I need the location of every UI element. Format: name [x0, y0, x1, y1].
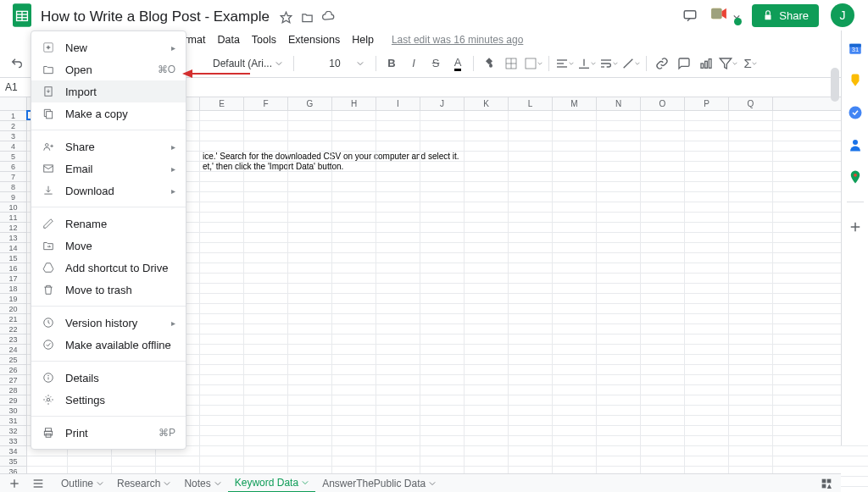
cell[interactable]: [288, 395, 332, 405]
menubar-data[interactable]: Data: [211, 32, 245, 47]
cell[interactable]: [288, 274, 332, 283]
cell[interactable]: [376, 131, 420, 141]
maps-icon[interactable]: [848, 169, 863, 185]
select-all-corner[interactable]: [0, 97, 27, 111]
cell[interactable]: [509, 446, 553, 456]
cell[interactable]: [244, 274, 288, 283]
font-size[interactable]: 10: [321, 58, 348, 69]
row-header[interactable]: 21: [0, 314, 26, 324]
menu-item-import[interactable]: Import: [31, 80, 186, 102]
cell[interactable]: [332, 314, 376, 323]
fill-color-button[interactable]: [479, 53, 499, 74]
cell[interactable]: [420, 426, 465, 435]
row-header[interactable]: 9: [0, 192, 26, 202]
cell[interactable]: [465, 416, 509, 425]
cell[interactable]: [597, 111, 641, 120]
cell[interactable]: [288, 334, 332, 344]
cell[interactable]: [376, 162, 420, 171]
cell[interactable]: [641, 213, 685, 222]
cell[interactable]: [553, 446, 597, 456]
cell[interactable]: [376, 263, 420, 273]
cell[interactable]: [288, 223, 332, 232]
cell[interactable]: [465, 446, 509, 456]
cell[interactable]: [729, 223, 773, 232]
cell[interactable]: [200, 243, 244, 252]
cell[interactable]: [200, 304, 244, 313]
cell[interactable]: [597, 141, 641, 151]
cell[interactable]: [685, 375, 729, 384]
cell[interactable]: [597, 324, 641, 334]
cell[interactable]: [597, 172, 641, 181]
bold-button[interactable]: B: [381, 53, 402, 74]
cell[interactable]: [420, 304, 465, 313]
cell[interactable]: [288, 446, 332, 456]
cell[interactable]: [465, 375, 509, 384]
scroll-thumb[interactable]: [831, 68, 839, 102]
cell[interactable]: [597, 314, 641, 323]
cell[interactable]: [509, 274, 553, 283]
cell[interactable]: [200, 436, 244, 445]
cell[interactable]: [597, 426, 641, 435]
cell[interactable]: [641, 162, 685, 171]
move-folder-icon[interactable]: [301, 11, 314, 24]
cell[interactable]: [597, 304, 641, 313]
cell[interactable]: [376, 355, 420, 364]
cell[interactable]: [597, 406, 641, 415]
cell[interactable]: [509, 436, 553, 445]
undo-button[interactable]: [7, 53, 27, 74]
cell[interactable]: [465, 223, 509, 232]
cell[interactable]: ice.' Search for the downloaded CSV on y…: [200, 152, 244, 161]
cell[interactable]: [465, 172, 509, 181]
row-header[interactable]: 13: [0, 233, 26, 243]
cell[interactable]: [465, 365, 509, 374]
cell[interactable]: [465, 121, 509, 130]
cell[interactable]: [288, 172, 332, 181]
cell[interactable]: [553, 294, 597, 303]
share-button[interactable]: Share: [752, 4, 819, 27]
sheet-tab[interactable]: AnswerThePublic Data: [315, 474, 442, 493]
cell[interactable]: [420, 223, 465, 232]
cell[interactable]: [244, 416, 288, 425]
sheet-tab[interactable]: Research: [110, 474, 177, 493]
cell[interactable]: [465, 395, 509, 405]
cell[interactable]: [509, 141, 553, 151]
cell[interactable]: [553, 406, 597, 415]
cell[interactable]: [244, 152, 288, 161]
cell[interactable]: [641, 395, 685, 405]
cell[interactable]: [420, 365, 465, 374]
cell[interactable]: [288, 141, 332, 151]
cell[interactable]: [200, 334, 244, 344]
cell[interactable]: [244, 294, 288, 303]
cell[interactable]: [332, 263, 376, 273]
cell[interactable]: [332, 141, 376, 151]
cell[interactable]: [376, 172, 420, 181]
cell[interactable]: [641, 294, 685, 303]
cell[interactable]: [420, 141, 465, 151]
cell[interactable]: [553, 375, 597, 384]
cell[interactable]: [420, 395, 465, 405]
cell[interactable]: [597, 121, 641, 130]
cell[interactable]: [288, 131, 332, 141]
cell[interactable]: [200, 233, 244, 242]
cell[interactable]: [200, 263, 244, 273]
cell[interactable]: [729, 182, 773, 191]
cell[interactable]: [200, 121, 244, 130]
cell[interactable]: [376, 182, 420, 191]
menu-item-version-history[interactable]: Version history▸: [31, 312, 186, 334]
menubar-extensions[interactable]: Extensions: [282, 32, 346, 47]
col-header[interactable]: I: [376, 97, 420, 110]
cell[interactable]: [465, 355, 509, 364]
cell[interactable]: [465, 192, 509, 202]
cell[interactable]: [553, 274, 597, 283]
cell[interactable]: [420, 436, 465, 445]
cell[interactable]: [376, 406, 420, 415]
cell[interactable]: [597, 365, 641, 374]
cell[interactable]: [729, 141, 773, 151]
cell[interactable]: [685, 334, 729, 344]
star-icon[interactable]: [280, 11, 292, 24]
cell[interactable]: [509, 365, 553, 374]
menu-item-email[interactable]: Email▸: [31, 158, 186, 180]
comment-history-icon[interactable]: [682, 8, 698, 23]
cell[interactable]: [332, 274, 376, 283]
row-header[interactable]: 34: [0, 446, 26, 456]
